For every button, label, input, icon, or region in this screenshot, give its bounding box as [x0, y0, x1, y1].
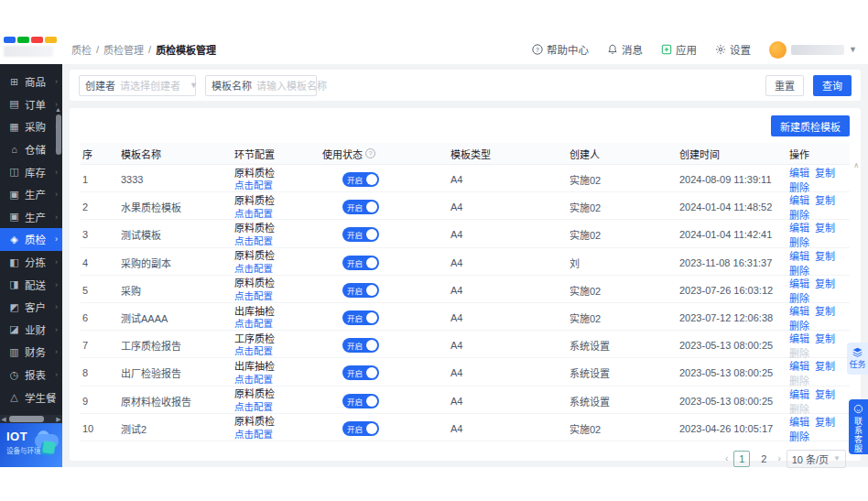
scrollbar-thumb[interactable] — [9, 416, 44, 422]
copy-link[interactable]: 复制 — [815, 389, 835, 400]
toggle-knob — [366, 367, 377, 378]
copy-link[interactable]: 复制 — [815, 278, 835, 289]
edit-link[interactable]: 编辑 — [789, 223, 809, 234]
sidebar-item[interactable]: ◪ 业财 › — [0, 319, 62, 342]
page-size-select[interactable]: 10 条/页 ▼ — [787, 450, 846, 468]
copy-link[interactable]: 复制 — [815, 333, 835, 344]
copy-link[interactable]: 复制 — [815, 223, 835, 234]
sidebar-item[interactable]: ⊞ 商品 › — [0, 71, 62, 93]
sidebar-item[interactable]: ▣ 生产 › — [0, 206, 62, 229]
status-toggle[interactable]: 开启 — [342, 365, 379, 380]
status-toggle[interactable]: 开启 — [342, 172, 379, 187]
edit-link[interactable]: 编辑 — [789, 389, 809, 400]
cell-status: 开启 — [320, 421, 449, 436]
configure-link[interactable]: 点击配置 — [234, 318, 320, 330]
delete-link[interactable]: 删除 — [789, 237, 809, 248]
status-toggle[interactable]: 开启 — [342, 283, 379, 298]
user-menu[interactable]: ▼ — [769, 41, 857, 59]
creator-select[interactable]: 创建者 请选择创建者 ▼ — [79, 75, 196, 96]
status-toggle[interactable]: 开启 — [342, 227, 379, 242]
help-center-button[interactable]: ? 帮助中心 — [532, 42, 589, 57]
edit-link[interactable]: 编辑 — [789, 278, 809, 289]
status-toggle[interactable]: 开启 — [342, 310, 379, 325]
edit-link[interactable]: 编辑 — [789, 306, 809, 317]
apps-button[interactable]: 应用 — [661, 42, 697, 57]
sidebar-item[interactable]: ◨ 配送 › — [0, 273, 62, 296]
configure-link[interactable]: 点击配置 — [234, 345, 320, 357]
configure-link[interactable]: 点击配置 — [234, 235, 320, 247]
configure-link[interactable]: 点击配置 — [234, 374, 320, 386]
delete-link[interactable]: 删除 — [789, 348, 809, 359]
sidebar-item[interactable]: ⌂ 仓储 › — [0, 138, 62, 161]
configure-link[interactable]: 点击配置 — [234, 429, 320, 441]
template-name-input[interactable]: 模板名称 请输入模板名称 — [205, 75, 317, 96]
status-toggle[interactable]: 开启 — [342, 256, 379, 270]
cell-index: 8 — [81, 367, 119, 378]
breadcrumb-level-2[interactable]: 质检管理 — [103, 42, 144, 57]
configure-link[interactable]: 点击配置 — [234, 290, 320, 302]
delete-link[interactable]: 删除 — [789, 266, 809, 277]
delete-link[interactable]: 删除 — [789, 321, 809, 332]
status-toggle[interactable]: 开启 — [342, 338, 379, 353]
delete-link[interactable]: 删除 — [789, 210, 809, 221]
contact-support-tab[interactable]: 联系客服 — [849, 399, 868, 454]
sidebar-horizontal-scrollbar[interactable]: ◀ ▶ — [0, 415, 62, 423]
table-scroll-up-icon[interactable]: ∧ — [853, 161, 859, 169]
edit-link[interactable]: 编辑 — [789, 195, 809, 206]
info-circle-icon[interactable]: ? — [365, 148, 375, 158]
copy-link[interactable]: 复制 — [815, 195, 835, 206]
edit-link[interactable]: 编辑 — [789, 361, 809, 372]
edit-link[interactable]: 编辑 — [789, 168, 809, 179]
sidebar-vertical-scrollbar[interactable] — [56, 114, 61, 155]
status-toggle[interactable]: 开启 — [342, 421, 379, 436]
sidebar-item[interactable]: ◷ 报表 › — [0, 364, 62, 387]
delete-link[interactable]: 删除 — [789, 404, 809, 415]
scroll-left-icon[interactable]: ◀ — [0, 415, 7, 423]
sidebar-item[interactable]: ▦ 采购 › — [0, 115, 62, 138]
copy-link[interactable]: 复制 — [815, 361, 835, 372]
chevron-right-icon: › — [55, 77, 58, 86]
settings-button[interactable]: 设置 — [715, 42, 751, 57]
sidebar-item[interactable]: ◩ 客户 › — [0, 296, 62, 319]
sidebar-item[interactable]: ◧ 分拣 › — [0, 251, 62, 274]
edit-link[interactable]: 编辑 — [789, 417, 809, 428]
delete-link[interactable]: 删除 — [789, 431, 809, 442]
breadcrumb-level-1[interactable]: 质检 — [71, 42, 92, 57]
search-button[interactable]: 查询 — [813, 75, 852, 96]
sidebar-item[interactable]: ▥ 财务 › — [0, 341, 62, 364]
sidebar-scroll-up-icon[interactable]: ▲ — [55, 106, 61, 113]
reset-button[interactable]: 重置 — [765, 75, 804, 96]
sidebar-item[interactable]: ▤ 订单 › — [0, 93, 62, 116]
configure-link[interactable]: 点击配置 — [234, 208, 320, 220]
toggle-label: 开启 — [347, 285, 363, 296]
prev-page-button[interactable]: ‹ — [725, 453, 728, 463]
iot-banner[interactable]: IOT 设备与环境 — [0, 423, 62, 467]
sidebar-item[interactable]: ◈ 质检 › — [0, 228, 62, 251]
page-number[interactable]: 2 — [755, 451, 772, 467]
new-template-button[interactable]: 新建质检模板 — [771, 115, 850, 136]
delete-link[interactable]: 删除 — [789, 182, 809, 193]
app-logo[interactable] — [0, 35, 64, 64]
scroll-right-icon[interactable]: ▶ — [55, 415, 62, 423]
configure-link[interactable]: 点击配置 — [234, 180, 320, 191]
tasks-tab[interactable]: 任务 — [847, 343, 868, 375]
configure-link[interactable]: 点击配置 — [234, 401, 320, 413]
copy-link[interactable]: 复制 — [815, 251, 835, 262]
messages-button[interactable]: 消息 — [607, 42, 643, 57]
edit-link[interactable]: 编辑 — [789, 251, 809, 262]
orders-icon: ▤ — [8, 98, 20, 110]
sidebar-item[interactable]: ◫ 库存 › — [0, 160, 62, 183]
status-toggle[interactable]: 开启 — [342, 394, 379, 408]
configure-link[interactable]: 点击配置 — [234, 263, 320, 275]
copy-link[interactable]: 复制 — [815, 168, 835, 179]
delete-link[interactable]: 删除 — [789, 293, 809, 304]
next-page-button[interactable]: › — [777, 453, 780, 463]
page-number[interactable]: 1 — [733, 451, 750, 467]
copy-link[interactable]: 复制 — [815, 306, 835, 317]
sidebar-item[interactable]: △ 学生餐 — [0, 386, 62, 408]
delete-link[interactable]: 删除 — [789, 376, 809, 387]
status-toggle[interactable]: 开启 — [342, 200, 379, 214]
sidebar-item[interactable]: ▣ 生产 › — [0, 183, 62, 206]
copy-link[interactable]: 复制 — [815, 417, 835, 428]
edit-link[interactable]: 编辑 — [789, 333, 809, 344]
